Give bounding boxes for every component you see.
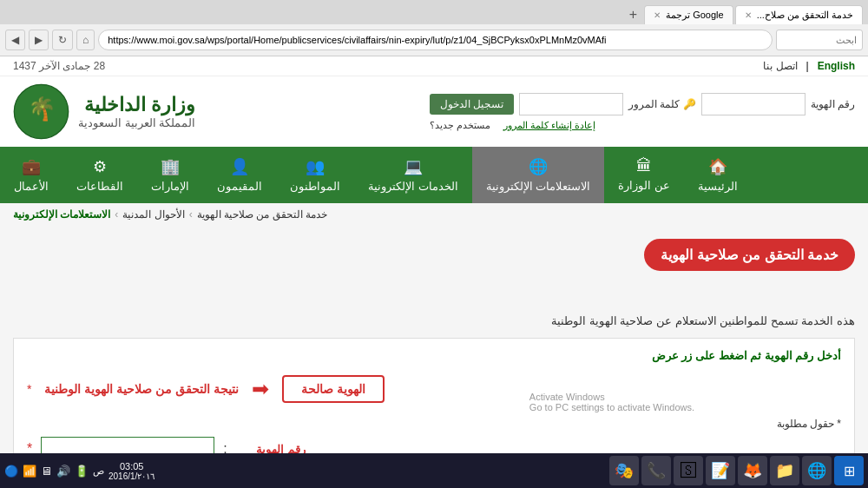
result-arrow-icon: ➡ xyxy=(252,377,269,401)
address-bar[interactable] xyxy=(98,30,773,50)
nav-item-label: القطاعات xyxy=(76,180,123,193)
header-top-left: English | اتصل بنا xyxy=(763,60,855,72)
breadcrumb-item-2: الأحوال المدنية xyxy=(122,208,184,221)
nav-item-business[interactable]: 💼 الأعمال xyxy=(0,147,62,203)
logo-subtitle: المملكة العربية السعودية xyxy=(78,116,195,129)
taskbar-app-2[interactable]: 🦊 xyxy=(738,456,767,485)
breadcrumb: خدمة التحقق من صلاحية الهوية › الأحوال ا… xyxy=(0,203,868,226)
nav-item-sectors[interactable]: ⚙ القطاعات xyxy=(62,147,137,203)
taskbar-volume-icon: 🔊 xyxy=(56,465,70,478)
taskbar-app-1[interactable]: 📁 xyxy=(770,456,799,485)
contact-separator: | xyxy=(806,60,809,72)
residents-icon: 👤 xyxy=(230,157,249,176)
english-link[interactable]: English xyxy=(818,60,855,72)
back-button[interactable]: ◀ xyxy=(5,30,25,50)
forward-button[interactable]: ▶ xyxy=(29,30,49,50)
address-bar-container xyxy=(98,30,773,50)
logo-area: تسجيل الدخول 🔑 كلمة المرور رقم الهوية إع… xyxy=(0,76,868,147)
tab-label-2: Google ترجمة xyxy=(666,10,724,21)
taskbar-lang-indicator: ص xyxy=(93,465,104,477)
citizens-icon: 👥 xyxy=(306,157,325,176)
header-top: English | اتصل بنا 28 جمادى الآخر 1437 xyxy=(0,56,868,76)
main-content-area: خدمة التحقق من صلاحية الهوية هذه الخدمة … xyxy=(0,226,868,482)
nav-item-ministry[interactable]: 🏛 عن الوزارة xyxy=(604,147,684,203)
emirates-icon: 🏢 xyxy=(161,157,180,176)
tab-close-icon[interactable]: ✕ xyxy=(745,10,752,20)
eservice-icon: 💻 xyxy=(404,157,423,176)
taskbar-app-6[interactable]: 🎭 xyxy=(609,456,639,485)
start-button[interactable]: ⊞ xyxy=(834,456,864,485)
new-tab-button[interactable]: + xyxy=(624,5,642,24)
taskbar-wifi-icon: 📶 xyxy=(23,465,36,478)
nav-item-label: الإمارات xyxy=(151,180,189,193)
nav-item-eservices-info[interactable]: 🌐 الاستعلامات الإلكترونية xyxy=(472,147,605,203)
login-button[interactable]: تسجيل الدخول xyxy=(430,94,514,115)
nav-item-eservices[interactable]: 💻 الخدمات الإلكترونية xyxy=(354,147,472,203)
nav-item-homepage[interactable]: 🏠 الرئيسية xyxy=(684,147,752,203)
result-label: نتيجة التحقق من صلاحية الهوية الوطنية xyxy=(44,382,238,396)
taskbar-app-3[interactable]: 📝 xyxy=(706,456,735,485)
nav-item-label: المقيمون xyxy=(217,180,262,193)
refresh-button[interactable]: ↻ xyxy=(52,30,73,50)
new-user-text: مستخدم جديد؟ xyxy=(430,120,490,131)
page-description: هذه الخدمة تسمح للمواطنين الاستعلام عن ص… xyxy=(13,314,855,327)
browser-chrome: خدمة التحقق من صلاح... ✕ Google ترجمة ✕ … xyxy=(0,0,868,56)
forgot-password-link[interactable]: إعادة إنشاء كلمة المرور xyxy=(503,120,595,131)
breadcrumb-sep-2: › xyxy=(189,208,193,221)
page-title: خدمة التحقق من صلاحية الهوية xyxy=(644,239,855,271)
contact-link[interactable]: اتصل بنا xyxy=(763,60,797,72)
nav-item-label: الأعمال xyxy=(14,180,49,193)
nav-item-label: الخدمات الإلكترونية xyxy=(368,180,458,193)
taskbar-battery-icon: 🔋 xyxy=(75,465,89,478)
website-content: English | اتصل بنا 28 جمادى الآخر 1437 ت… xyxy=(0,56,868,482)
taskbar-clock: 03:05 2016/1/٢٠١٦ xyxy=(108,461,155,481)
nav-item-label: عن الوزارة xyxy=(618,179,670,192)
home-icon: 🏠 xyxy=(708,157,727,176)
result-row: الهوية صالحة ➡ نتيجة التحقق من صلاحية ال… xyxy=(27,371,841,407)
password-input[interactable] xyxy=(519,93,623,115)
required-note: * حقول مطلوبة xyxy=(27,418,841,430)
breadcrumb-sep-1: › xyxy=(115,208,118,221)
taskbar: ⊞ 🌐 📁 🦊 📝 🅂 📞 🎭 🔵 📶 🖥 🔊 🔋 ص 03:05 2016/1… xyxy=(0,453,868,488)
nav-item-residents[interactable]: 👤 المقيمون xyxy=(203,147,276,203)
nav-item-emirates[interactable]: 🏢 الإمارات xyxy=(137,147,203,203)
main-nav: 🏠 الرئيسية 🏛 عن الوزارة 🌐 الاستعلامات ال… xyxy=(0,147,868,203)
form-instruction: أدخل رقم الهوية ثم اضغط على زر عرض xyxy=(27,349,841,362)
svg-text:🌴: 🌴 xyxy=(28,95,56,122)
ministry-icon: 🏛 xyxy=(636,157,652,175)
nav-item-label: الرئيسية xyxy=(698,180,738,193)
id-label: رقم الهوية xyxy=(811,98,855,110)
tab-label: خدمة التحقق من صلاح... xyxy=(757,10,853,21)
sectors-icon: ⚙ xyxy=(93,157,107,176)
tab-active[interactable]: خدمة التحقق من صلاح... ✕ xyxy=(735,5,863,24)
windows-activate-notice: Activate Windows Go to PC settings to ac… xyxy=(529,392,694,412)
header-top-right: 28 جمادى الآخر 1437 xyxy=(13,60,105,72)
logo-right: وزارة الداخلية المملكة العربية السعودية … xyxy=(13,83,195,140)
logo-title: وزارة الداخلية xyxy=(78,94,195,116)
logo-text: وزارة الداخلية المملكة العربية السعودية xyxy=(78,94,195,129)
nav-item-citizens[interactable]: 👥 المواطنون xyxy=(276,147,354,203)
breadcrumb-link[interactable]: الاستعلامات الإلكترونية xyxy=(13,208,110,221)
info-icon: 🌐 xyxy=(529,157,548,176)
id-input[interactable] xyxy=(701,93,806,115)
breadcrumb-item-3: خدمة التحقق من صلاحية الهوية xyxy=(197,208,327,221)
nav-bar: ◀ ▶ ↻ ⌂ xyxy=(0,24,868,56)
tab-close-icon-2[interactable]: ✕ xyxy=(654,10,661,20)
business-icon: 💼 xyxy=(22,157,41,176)
taskbar-date-display: 2016/1/٢٠١٦ xyxy=(108,472,155,481)
ie-icon[interactable]: 🌐 xyxy=(802,456,832,485)
tab-google-translate[interactable]: Google ترجمة ✕ xyxy=(644,5,733,24)
taskbar-app-4[interactable]: 🅂 xyxy=(674,456,703,485)
saudi-emblem: 🌴 xyxy=(13,83,69,140)
tab-area: خدمة التحقق من صلاح... ✕ Google ترجمة ✕ … xyxy=(0,0,868,24)
search-input[interactable] xyxy=(776,30,863,50)
header-date: 28 جمادى الآخر 1437 xyxy=(13,60,105,72)
login-area: تسجيل الدخول 🔑 كلمة المرور رقم الهوية إع… xyxy=(430,93,855,131)
win-activate-line2: Go to PC settings to activate Windows. xyxy=(529,402,694,412)
home-button[interactable]: ⌂ xyxy=(76,30,95,50)
taskbar-left: ⊞ 🌐 📁 🦊 📝 🅂 📞 🎭 xyxy=(609,456,864,485)
password-label: 🔑 كلمة المرور xyxy=(628,98,696,110)
nav-item-label: الاستعلامات الإلكترونية xyxy=(486,180,591,193)
taskbar-app-5[interactable]: 📞 xyxy=(641,456,671,485)
taskbar-right: 🔵 📶 🖥 🔊 🔋 ص 03:05 2016/1/٢٠١٦ xyxy=(4,461,155,481)
